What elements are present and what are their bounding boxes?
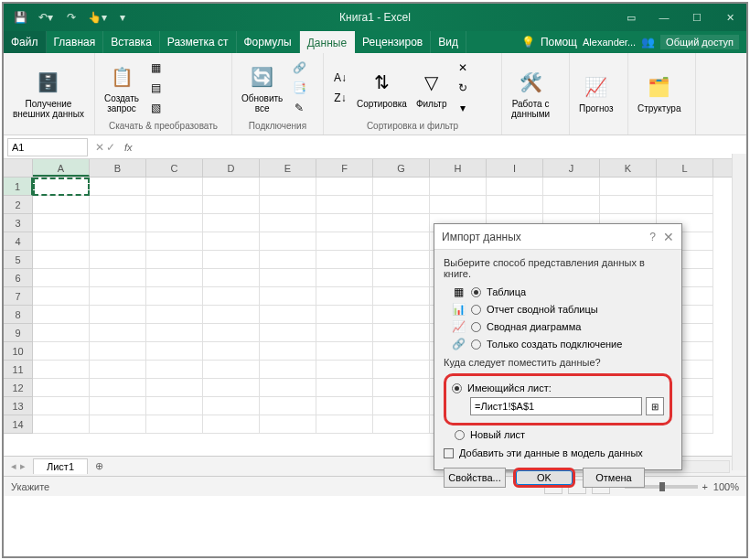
radio-pivot[interactable] [471, 305, 481, 315]
sheet-next-icon[interactable]: ▸ [20, 460, 26, 472]
tab-view[interactable]: Вид [431, 31, 466, 53]
fx-icon[interactable]: fx [119, 142, 133, 153]
row-header[interactable]: 10 [4, 342, 33, 361]
advanced-filter-icon[interactable]: ▾ [454, 99, 472, 117]
qat-more-icon[interactable]: ▾ [112, 6, 134, 28]
col-header[interactable]: J [543, 159, 600, 177]
row-header[interactable]: 6 [4, 269, 33, 287]
col-header[interactable]: I [487, 159, 543, 177]
redo-icon[interactable]: ↷ [60, 6, 82, 28]
zoom-in-icon[interactable]: + [702, 481, 707, 492]
show-queries-icon[interactable]: ▦ [146, 59, 165, 77]
user-name[interactable]: Alexander... [583, 37, 636, 48]
filter-icon: ▽ [417, 68, 446, 97]
radio-table[interactable] [471, 287, 481, 297]
close-icon[interactable]: ✕ [713, 4, 746, 31]
add-sheet-icon[interactable]: ⊕ [88, 460, 111, 472]
tab-home[interactable]: Главная [47, 31, 104, 53]
accept-formula-icon[interactable]: ✓ [106, 141, 115, 154]
radio-chart[interactable] [471, 322, 481, 332]
row-header[interactable]: 9 [4, 324, 33, 342]
table-icon: ▦ [451, 285, 466, 299]
sort-asc-icon[interactable]: A↓ [331, 69, 349, 87]
properties-icon[interactable]: 📑 [290, 79, 308, 97]
data-model-label: Добавить эти данные в модель данных [459, 447, 643, 458]
row-header[interactable]: 8 [4, 306, 33, 324]
select-all-corner[interactable] [4, 159, 33, 177]
maximize-icon[interactable]: ☐ [680, 4, 713, 31]
col-header[interactable]: H [430, 159, 487, 177]
col-header[interactable]: D [203, 159, 260, 177]
minimize-icon[interactable]: — [648, 4, 680, 31]
col-header[interactable]: K [600, 159, 657, 177]
vertical-scrollbar[interactable] [732, 154, 746, 470]
outline-button[interactable]: 🗂️ Структура [636, 70, 682, 115]
row-header[interactable]: 11 [4, 361, 33, 379]
col-header[interactable]: E [260, 159, 316, 177]
ribbon-options-icon[interactable]: ▭ [615, 4, 648, 31]
radio-conn[interactable] [471, 339, 481, 350]
col-header[interactable]: G [373, 159, 430, 177]
sort-icon: ⇅ [367, 68, 396, 97]
tab-review[interactable]: Рецензиров [355, 31, 431, 53]
ok-button[interactable]: OK [513, 468, 575, 488]
zoom-value[interactable]: 100% [713, 481, 739, 492]
sheet-prev-icon[interactable]: ◂ [11, 460, 16, 472]
cancel-button[interactable]: Отмена [583, 468, 645, 488]
row-header[interactable]: 2 [4, 196, 33, 214]
share-button[interactable]: Общий доступ [660, 35, 739, 49]
clear-filter-icon[interactable]: ✕ [454, 59, 472, 77]
cancel-formula-icon[interactable]: ✕ [95, 141, 104, 154]
tab-insert[interactable]: Вставка [103, 31, 160, 53]
data-tools-button[interactable]: 🛠️ Работа с данными [509, 66, 552, 121]
refresh-all-button[interactable]: 🔄 Обновить все [240, 60, 284, 115]
row-header[interactable]: 12 [4, 379, 33, 397]
new-query-button[interactable]: 📋 Создать запрос [102, 60, 141, 115]
sort-button[interactable]: ⇅ Сортировка [355, 66, 409, 111]
tab-data[interactable]: Данные [300, 31, 355, 53]
row-header[interactable]: 1 [4, 178, 33, 196]
range-selector-icon[interactable]: ⊞ [646, 397, 664, 415]
col-header[interactable]: B [90, 159, 146, 177]
filter-button[interactable]: ▽ Фильтр [414, 66, 449, 111]
checkbox-data-model[interactable] [444, 448, 454, 458]
forecast-button[interactable]: 📈 Прогноз [577, 70, 616, 115]
sort-desc-icon[interactable]: Z↓ [331, 89, 349, 107]
opt-chart-label: Сводная диаграмма [487, 321, 581, 332]
recent-sources-icon[interactable]: ▧ [146, 99, 165, 117]
row-header[interactable]: 4 [4, 232, 33, 251]
row-header[interactable]: 7 [4, 287, 33, 306]
radio-existing-sheet[interactable] [452, 383, 462, 393]
tab-formulas[interactable]: Формулы [237, 31, 300, 53]
undo-icon[interactable]: ↶▾ [35, 6, 57, 28]
tab-layout[interactable]: Разметка ст [160, 31, 237, 53]
help-label[interactable]: Помощ [541, 36, 577, 48]
save-icon[interactable]: 💾 [9, 6, 31, 28]
col-header[interactable]: C [146, 159, 203, 177]
row-header[interactable]: 13 [4, 397, 33, 415]
connections-icon[interactable]: 🔗 [290, 59, 308, 77]
tab-file[interactable]: Файл [4, 31, 47, 53]
cell-reference-input[interactable] [470, 397, 642, 415]
dialog-help-icon[interactable]: ? [642, 231, 663, 243]
existing-sheet-label: Имеющийся лист: [467, 382, 552, 393]
pivot-icon: 📊 [451, 302, 466, 317]
col-header[interactable]: F [316, 159, 373, 177]
properties-button[interactable]: Свойства... [444, 468, 506, 488]
sheet-tab[interactable]: Лист1 [33, 458, 88, 474]
row-header[interactable]: 14 [4, 415, 33, 434]
dialog-close-icon[interactable]: ✕ [663, 230, 674, 244]
radio-new-sheet[interactable] [455, 430, 465, 440]
name-box[interactable] [7, 138, 88, 156]
get-external-data-button[interactable]: 🗄️ Получение внешних данных [11, 66, 86, 121]
col-header[interactable]: L [657, 159, 713, 177]
col-header[interactable]: A [33, 159, 90, 177]
opt-table-label: Таблица [487, 286, 526, 297]
reapply-icon[interactable]: ↻ [454, 79, 472, 97]
touch-icon[interactable]: 👆▾ [86, 6, 108, 28]
from-table-icon[interactable]: ▤ [146, 79, 165, 97]
row-header[interactable]: 5 [4, 251, 33, 269]
row-header[interactable]: 3 [4, 214, 33, 232]
help-icon[interactable]: 💡 [521, 36, 535, 48]
edit-links-icon[interactable]: ✎ [290, 99, 308, 117]
